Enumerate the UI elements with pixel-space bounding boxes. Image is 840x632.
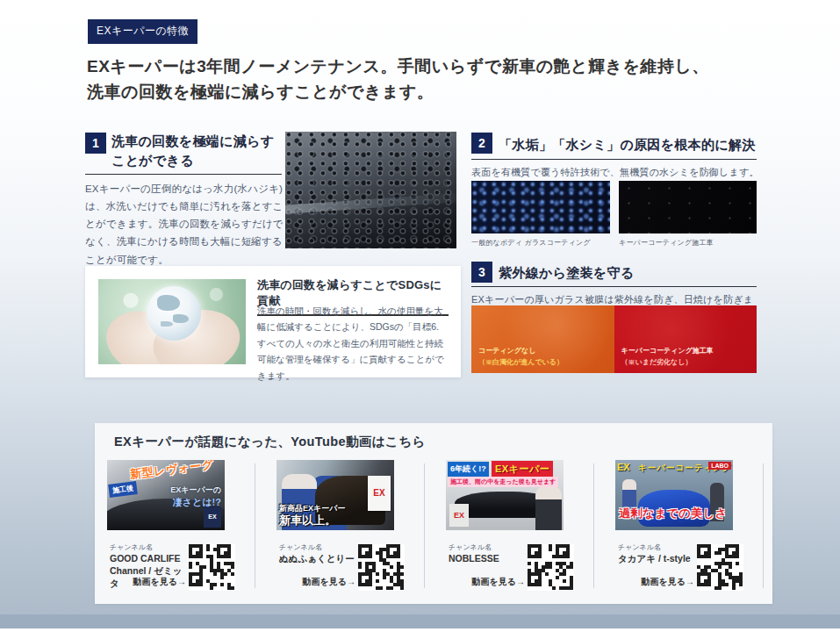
video-thumbnail[interactable]: EX 新商品EXキーパー 新車以上。 <box>276 460 394 530</box>
ex-logo: EX <box>204 506 221 528</box>
thumbnail-text: 新型レヴォーグ <box>129 460 214 483</box>
qr-code <box>189 544 235 591</box>
section-badge: EXキーパーの特徴 <box>88 19 197 44</box>
hands-holding-globe-image <box>98 279 246 364</box>
uncoated-panel-image: コーティングなし （※白濁化が進んでいる） <box>471 305 614 373</box>
feature-2-number: 2 <box>471 133 492 154</box>
feature-2-divider <box>471 159 757 160</box>
channel-label: チャンネル名 <box>449 542 492 552</box>
video-thumbnail[interactable]: EX キーパーコーティング LABO 過剰なまでの美しさ <box>615 460 733 530</box>
channel-label: チャンネル名 <box>110 542 153 552</box>
youtube-card: 6年続く!? EXキーパー 施工後、雨の中を走った後も見せます EX チャンネル… <box>446 460 615 593</box>
youtube-card: EX 新商品EXキーパー 新車以上。 チャンネル名 ぬぬふぁくとりー 動画を見る… <box>276 460 446 593</box>
feature-1-divider <box>85 174 282 175</box>
youtube-card: EX キーパーコーティング LABO 過剰なまでの美しさ チャンネル名 タカアキ… <box>615 460 785 593</box>
staff-graphic <box>535 486 562 530</box>
labo-badge: LABO <box>708 462 731 470</box>
youtube-card: 新型レヴォーグ 施工後 EXキーパーの 凄さとは!? EX チャンネル名 GOO… <box>107 460 276 593</box>
feature-2-title: 「水垢」「水シミ」の原因を根本的に解決 <box>499 135 755 154</box>
feature-1-title: 洗車の回数を極端に減らす ことができる <box>111 132 274 170</box>
label-line: コーティングなし <box>478 346 564 356</box>
feature-3-title: 紫外線から塗装を守る <box>499 263 634 283</box>
ex-logo: EX <box>617 462 630 472</box>
uncoated-panel-label: コーティングなし （※白濁化が進んでいる） <box>478 346 564 368</box>
feature-2-body: 表面を有機質で覆う特許技術で、無機質の水シミを防御します。 <box>471 164 761 181</box>
video-thumbnail[interactable]: 新型レヴォーグ 施工後 EXキーパーの 凄さとは!? EX <box>107 460 225 530</box>
uv-comparison-image: コーティングなし （※白濁化が進んでいる） キーパーコーティング施工車 （※いま… <box>471 305 757 373</box>
globe-land-graphic <box>157 295 180 311</box>
footer-band <box>0 614 840 628</box>
youtube-heading: EXキーパーが話題になった、YouTube動画はこちら <box>114 434 426 450</box>
water-beading-image <box>285 132 456 248</box>
water-streak-graphic <box>285 193 456 214</box>
ex-sign: EX <box>449 504 469 527</box>
feature-1-number: 1 <box>85 133 106 154</box>
channel-label: チャンネル名 <box>618 542 661 552</box>
sdgs-card: 洗車の回数を減らすことでSDGsに貢献 洗車の時間・回数を減らし、水の使用量を大… <box>85 266 461 377</box>
watch-video-link[interactable]: 動画を見る→ <box>276 576 355 588</box>
comparison-caption-right: キーパーコーティング施工車 <box>619 238 714 248</box>
ex-keeper-features-page: EXキーパーの特徴 EXキーパーは3年間ノーメンテナンス。手間いらずで新車の艶と… <box>0 0 840 632</box>
watch-video-link[interactable]: 動画を見る→ <box>446 576 525 588</box>
watch-video-link[interactable]: 動画を見る→ <box>615 576 694 588</box>
thumbnail-text: 過剰なまでの美しさ <box>619 506 727 521</box>
channel-name: ぬぬふぁくとりー <box>279 552 355 564</box>
label-line: （※いまだ劣化なし） <box>621 357 714 368</box>
channel-name: NOBLESSE <box>449 552 524 564</box>
thumbnail-text: EXキーパーの <box>170 485 221 496</box>
thumbnail-badge: 施工後 <box>108 481 138 498</box>
feature-3-divider <box>471 286 757 287</box>
keeper-coating-image <box>619 181 757 233</box>
page-title: EXキーパーは3年間ノーメンテナンス。手間いらずで新車の艶と輝きを維持し、 洗車… <box>87 54 709 104</box>
sdgs-body: 洗車の時間・回数を減らし、水の使用量を大幅に低減することにより、SDGsの「目標… <box>257 303 450 384</box>
watch-video-link[interactable]: 動画を見る→ <box>107 576 186 588</box>
youtube-section: EXキーパーが話題になった、YouTube動画はこちら 新型レヴォーグ 施工後 … <box>95 423 772 604</box>
qr-code <box>697 544 743 591</box>
channel-label: チャンネル名 <box>279 542 322 552</box>
footer-margin <box>0 628 840 632</box>
ex-sign: EX <box>368 476 391 511</box>
generic-coating-image <box>471 181 610 233</box>
thumbnail-text: 施工後、雨の中を走った後も見せます <box>448 477 558 487</box>
comparison-caption-left: 一般的なボディ ガラスコーティング <box>471 238 591 248</box>
label-line: （※白濁化が進んでいる） <box>478 357 564 368</box>
coated-panel-label: キーパーコーティング施工車 （※いまだ劣化なし） <box>621 346 714 368</box>
feature-1-body: EXキーパーの圧倒的なはっ水力(水ハジキ)は、水洗いだけでも簡単に汚れを落とすこ… <box>85 180 285 269</box>
youtube-card-list: 新型レヴォーグ 施工後 EXキーパーの 凄さとは!? EX チャンネル名 GOO… <box>107 460 785 593</box>
qr-code <box>528 544 574 591</box>
video-thumbnail[interactable]: 6年続く!? EXキーパー 施工後、雨の中を走った後も見せます EX <box>446 460 564 530</box>
feature-3-number: 3 <box>471 262 492 283</box>
coating-comparison-images <box>471 181 757 233</box>
label-line: キーパーコーティング施工車 <box>621 346 714 356</box>
qr-code <box>358 544 405 591</box>
thumbnail-text: 新車以上。 <box>279 513 336 528</box>
channel-name: タカアキ / t-style <box>618 552 693 564</box>
thumbnail-badge: 6年続く!? <box>448 462 489 477</box>
coated-panel-image: キーパーコーティング施工車 （※いまだ劣化なし） <box>614 305 757 373</box>
globe-graphic <box>147 286 201 341</box>
thumbnail-text: EXキーパー <box>492 461 553 478</box>
